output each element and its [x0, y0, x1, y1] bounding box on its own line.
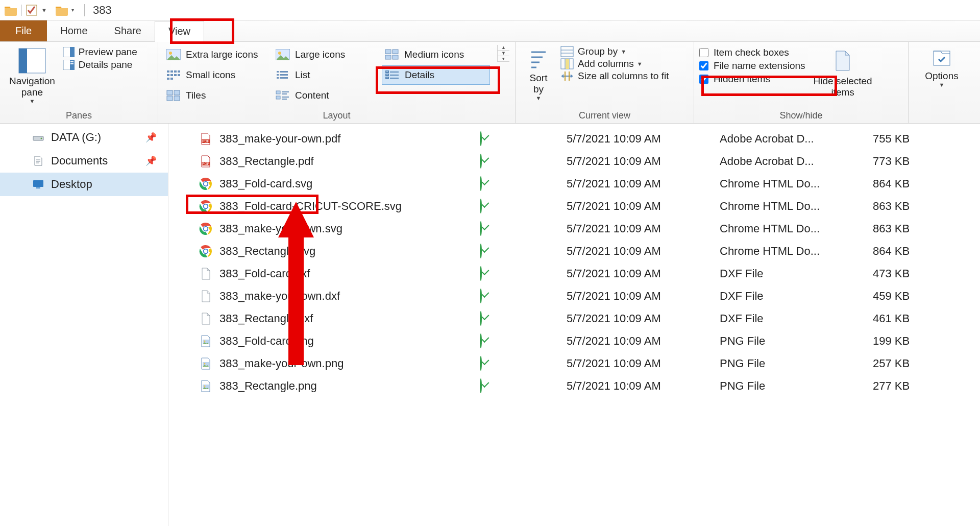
ribbon-group-options-label: [914, 119, 970, 122]
layout-details[interactable]: Details: [382, 65, 490, 85]
options-label: Options: [925, 70, 958, 82]
properties-icon[interactable]: [26, 5, 37, 16]
hide-selected-button[interactable]: Hide selected items: [810, 45, 876, 101]
file-name: 383_Rectangle.svg: [219, 245, 315, 258]
file-type: DXF File: [720, 290, 873, 303]
file-row[interactable]: 383_Rectangle.dxf 5/7/2021 10:09 AM DXF …: [168, 307, 980, 330]
ribbon-group-show-hide-label: Show/hide: [699, 108, 903, 122]
pin-icon[interactable]: 📌: [145, 155, 157, 166]
file-date: 5/7/2021 10:09 AM: [567, 357, 720, 370]
layout-gallery-spinner[interactable]: ▲ ▼ ▾: [497, 45, 509, 62]
file-date: 5/7/2021 10:09 AM: [567, 312, 720, 325]
window-title: 383: [93, 4, 112, 17]
chevron-down-icon: ▼: [536, 95, 542, 101]
file-type: Chrome HTML Do...: [720, 200, 873, 213]
svg-rect-32: [280, 77, 288, 79]
file-icon: [199, 290, 212, 303]
details-pane-icon: [63, 60, 75, 70]
svg-text:PDF: PDF: [202, 139, 209, 143]
chevron-up-icon[interactable]: ▲: [498, 45, 509, 51]
chrome-icon: [199, 222, 212, 235]
file-size: 199 KB: [873, 334, 954, 348]
svg-rect-13: [385, 50, 391, 54]
file-extensions-checkbox[interactable]: [699, 61, 708, 70]
ribbon-group-layout-label: Layout: [163, 108, 510, 122]
file-row[interactable]: 383_Fold-card.dxf 5/7/2021 10:09 AM DXF …: [168, 262, 980, 285]
layout-content[interactable]: Content: [273, 86, 381, 105]
svg-rect-24: [178, 74, 180, 76]
file-row[interactable]: 383_Rectangle.svg 5/7/2021 10:09 AM Chro…: [168, 240, 980, 262]
file-row[interactable]: 383_make-your-own.svg 5/7/2021 10:09 AM …: [168, 218, 980, 240]
png-icon: [199, 379, 212, 393]
svg-rect-40: [174, 90, 180, 95]
item-checkboxes-checkbox[interactable]: [699, 48, 708, 57]
hidden-items-checkbox[interactable]: [699, 75, 708, 84]
item-checkboxes-toggle[interactable]: Item check boxes: [699, 47, 805, 58]
options-button[interactable]: Options ▼: [916, 45, 967, 91]
tab-home[interactable]: Home: [47, 20, 101, 41]
layout-label: Extra large icons: [186, 49, 258, 60]
file-row[interactable]: 383_Rectangle.png 5/7/2021 10:09 AM PNG …: [168, 375, 980, 397]
file-extensions-label: File name extensions: [714, 60, 805, 71]
qat-dropdown-icon[interactable]: ▼: [41, 7, 47, 13]
tab-view[interactable]: View: [155, 21, 204, 42]
tab-file[interactable]: File: [0, 20, 47, 41]
svg-rect-2: [19, 49, 27, 73]
file-size: 257 KB: [873, 357, 954, 370]
file-row[interactable]: PDF383_Rectangle.pdf 5/7/2021 10:09 AM A…: [168, 150, 980, 173]
svg-point-88: [204, 341, 206, 342]
chevron-down-icon[interactable]: ▼: [498, 51, 509, 56]
qat-customize-icon[interactable]: ▾: [71, 7, 74, 13]
dropdown-more-icon[interactable]: ▾: [498, 56, 509, 62]
ribbon-tabs: File Home Share View: [0, 20, 980, 42]
layout-small-icons[interactable]: Small icons: [163, 65, 272, 85]
ribbon: Navigation pane ▼ Preview pane Details p…: [0, 42, 980, 124]
file-row[interactable]: 383_make-your-own.png 5/7/2021 10:09 AM …: [168, 352, 980, 375]
titlebar: ▼ ▾ 383: [0, 0, 980, 20]
chrome-icon: [199, 200, 212, 213]
sidebar-item[interactable]: Desktop: [0, 173, 168, 196]
picture-icon: [166, 49, 181, 60]
svg-rect-35: [386, 77, 388, 79]
file-row[interactable]: 383_Fold-card.svg 5/7/2021 10:09 AM Chro…: [168, 173, 980, 195]
size-columns-button[interactable]: Size all columns to fit: [560, 70, 669, 82]
sidebar-item-label: DATA (G:): [51, 131, 101, 144]
sort-by-label: Sort by: [530, 73, 548, 95]
picture-icon: [276, 49, 290, 60]
svg-rect-53: [561, 46, 573, 57]
file-name: 383_Rectangle.png: [219, 379, 317, 393]
pin-icon[interactable]: 📌: [145, 132, 157, 143]
sidebar-item[interactable]: Documents 📌: [0, 149, 168, 173]
svg-rect-15: [385, 55, 391, 59]
navigation-pane-button[interactable]: Navigation pane ▼: [5, 45, 59, 107]
file-name: 383_Fold-card.png: [219, 334, 314, 348]
preview-pane-button[interactable]: Preview pane: [63, 46, 137, 58]
layout-extra-large-icons[interactable]: Extra large icons: [163, 45, 272, 64]
chrome-icon: [199, 245, 212, 258]
file-row[interactable]: 383_make-your-own.dxf 5/7/2021 10:09 AM …: [168, 285, 980, 307]
tab-share[interactable]: Share: [101, 20, 155, 41]
file-list[interactable]: PDF383_make-your-own.pdf 5/7/2021 10:09 …: [168, 124, 980, 526]
chevron-down-icon: ▼: [637, 61, 643, 67]
layout-tiles[interactable]: Tiles: [163, 86, 272, 105]
add-columns-button[interactable]: Add columns ▼: [560, 58, 669, 69]
group-by-button[interactable]: Group by ▼: [560, 46, 669, 57]
ribbon-group-current-view: Sort by ▼ Group by ▼ Add columns ▼ Size …: [516, 42, 694, 123]
file-extensions-toggle[interactable]: File name extensions: [699, 60, 805, 71]
file-type: PNG File: [720, 357, 873, 370]
file-date: 5/7/2021 10:09 AM: [567, 200, 720, 213]
hidden-items-toggle[interactable]: Hidden items: [699, 74, 805, 85]
status-ok-icon: [480, 131, 482, 146]
file-row[interactable]: 383_Fold-card.png 5/7/2021 10:09 AM PNG …: [168, 330, 980, 352]
details-pane-button[interactable]: Details pane: [63, 59, 137, 70]
layout-medium-icons[interactable]: Medium icons: [382, 45, 490, 64]
layout-large-icons[interactable]: Large icons: [273, 45, 381, 64]
status-ok-icon: [480, 154, 482, 169]
navigation-sidebar: DATA (G:) 📌 Documents 📌 Desktop: [0, 124, 168, 526]
file-row[interactable]: 383_Fold-card-CRICUT-SCORE.svg 5/7/2021 …: [168, 195, 980, 218]
layout-label: Small icons: [186, 69, 235, 81]
sidebar-item[interactable]: DATA (G:) 📌: [0, 126, 168, 149]
layout-list[interactable]: List: [273, 65, 381, 85]
sort-by-button[interactable]: Sort by ▼: [521, 45, 556, 104]
file-row[interactable]: PDF383_make-your-own.pdf 5/7/2021 10:09 …: [168, 128, 980, 150]
